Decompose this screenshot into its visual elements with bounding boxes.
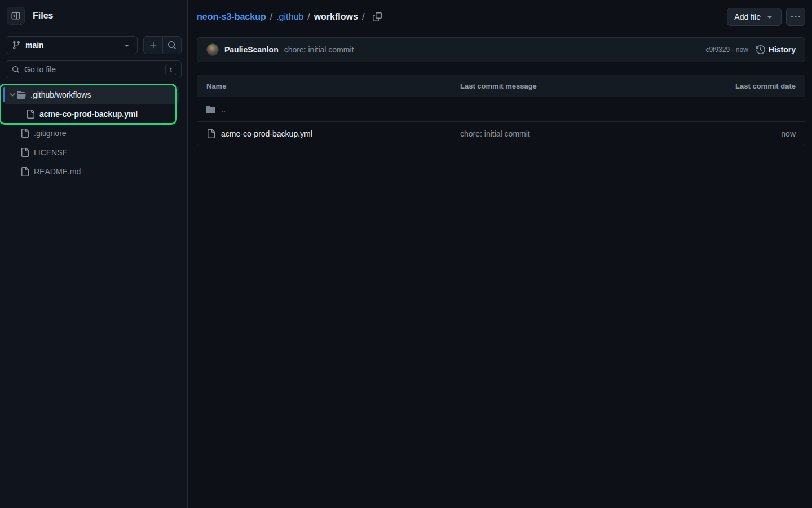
tree-item-label: acme-co-prod-backup.yml xyxy=(39,110,138,119)
add-file-label: Add file xyxy=(734,12,761,21)
column-header-last-commit-message: Last commit message xyxy=(451,82,714,90)
author-avatar[interactable] xyxy=(206,43,219,56)
go-to-file-search[interactable]: t xyxy=(6,60,182,78)
search-icon xyxy=(167,41,176,50)
tree-item-gitignore[interactable]: .gitignore xyxy=(3,124,179,143)
row-commit-date: now xyxy=(714,129,805,138)
tree-action-buttons xyxy=(143,36,182,54)
breadcrumb-separator: / xyxy=(307,12,310,22)
breadcrumb: neon-s3-backup / .github / workflows / xyxy=(197,12,382,22)
commit-meta: c9f9329 · now History xyxy=(705,45,796,54)
search-tree-button[interactable] xyxy=(162,37,181,54)
file-listing-table: Name Last commit message Last commit dat… xyxy=(197,75,805,146)
search-icon xyxy=(12,65,20,73)
sidebar-collapse-icon xyxy=(11,11,20,20)
folder-icon xyxy=(206,105,215,114)
topbar-actions: Add file xyxy=(727,8,805,26)
tree-item-label: README.md xyxy=(34,167,81,176)
file-icon xyxy=(20,167,29,176)
more-options-button[interactable] xyxy=(786,8,805,26)
tree-item-label: .gitignore xyxy=(34,129,67,138)
repo-content-area: neon-s3-backup / .github / workflows / A… xyxy=(188,0,812,146)
file-icon xyxy=(20,129,29,138)
shortcut-key-badge: t xyxy=(165,64,176,75)
file-icon xyxy=(206,129,215,138)
tree-item-label: .github/workflows xyxy=(30,90,91,99)
tree-item-license[interactable]: LICENSE xyxy=(3,143,179,162)
file-tree: .github/workflows acme-co-prod-backup.ym… xyxy=(0,85,187,181)
file-icon xyxy=(20,148,29,157)
copy-path-button[interactable] xyxy=(373,12,382,21)
tree-item-acme-co-prod-backup[interactable]: acme-co-prod-backup.yml xyxy=(3,104,179,124)
copy-icon xyxy=(373,12,382,21)
content-topbar: neon-s3-backup / .github / workflows / A… xyxy=(197,8,805,26)
breadcrumb-separator: / xyxy=(362,12,364,22)
chevron-down-icon xyxy=(8,91,17,99)
table-row-parent-directory[interactable]: .. xyxy=(197,97,805,121)
history-button[interactable]: History xyxy=(756,45,796,54)
file-icon xyxy=(26,110,35,119)
breadcrumb-github-link[interactable]: .github xyxy=(276,12,303,22)
row-commit-message[interactable]: chore: initial commit xyxy=(451,129,714,138)
sidebar-controls: main xyxy=(0,36,187,54)
collapse-sidebar-button[interactable] xyxy=(7,7,25,25)
git-branch-icon xyxy=(12,41,21,50)
kebab-horizontal-icon xyxy=(791,12,800,21)
breadcrumb-repo-link[interactable]: neon-s3-backup xyxy=(197,12,266,22)
file-tree-sidebar: Files main xyxy=(0,0,188,508)
file-name-link[interactable]: acme-co-prod-backup.yml xyxy=(221,129,312,138)
sidebar-header: Files xyxy=(0,0,187,25)
files-panel-title: Files xyxy=(33,11,53,21)
new-file-button[interactable] xyxy=(144,37,162,54)
current-branch-name: main xyxy=(25,41,118,50)
commit-message-link[interactable]: chore: initial commit xyxy=(284,45,354,54)
plus-icon xyxy=(149,41,158,50)
breadcrumb-separator: / xyxy=(270,12,272,22)
commit-sha-and-time[interactable]: c9f9329 · now xyxy=(705,46,748,54)
chevron-down-icon xyxy=(765,12,774,21)
breadcrumb-current-folder: workflows xyxy=(314,12,358,22)
tree-item-label: LICENSE xyxy=(34,148,68,157)
parent-directory-link[interactable]: .. xyxy=(221,105,226,114)
history-label: History xyxy=(769,45,796,54)
table-row-acme-co-prod-backup[interactable]: acme-co-prod-backup.yml chore: initial c… xyxy=(197,121,805,146)
go-to-file-input[interactable] xyxy=(24,65,161,74)
tree-item-github-workflows[interactable]: .github/workflows xyxy=(3,85,179,104)
column-header-last-commit-date: Last commit date xyxy=(714,82,805,90)
add-file-button[interactable]: Add file xyxy=(727,8,782,26)
commit-author-link[interactable]: PaulieScanlon xyxy=(224,45,279,54)
branch-selector[interactable]: main xyxy=(6,36,138,54)
folder-open-icon xyxy=(17,90,26,99)
tree-item-readme[interactable]: README.md xyxy=(3,162,179,181)
latest-commit-bar: PaulieScanlon chore: initial commit c9f9… xyxy=(197,37,805,62)
column-header-name: Name xyxy=(197,82,451,90)
chevron-down-icon xyxy=(122,41,131,50)
history-icon xyxy=(756,45,765,54)
table-header-row: Name Last commit message Last commit dat… xyxy=(197,75,805,97)
